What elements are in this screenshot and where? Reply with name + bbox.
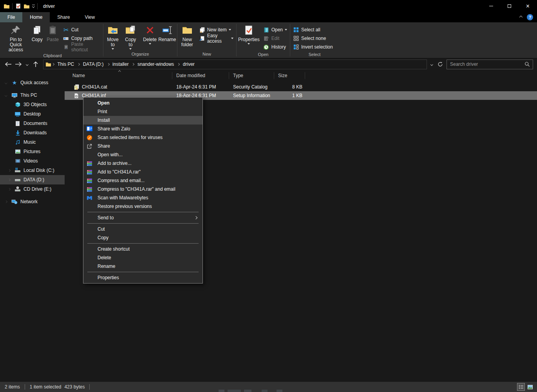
sidebar-item-pictures[interactable]: Pictures [0,147,65,156]
close-button[interactable]: × [519,0,537,12]
minimize-button[interactable] [482,0,500,12]
column-header-date-modified[interactable]: Date modified [172,70,229,81]
search-input[interactable] [447,61,524,67]
recent-locations-chevron-icon[interactable] [24,59,31,69]
copy-to-button[interactable]: Copy to [122,23,139,50]
menu-item-compress-email[interactable]: Compress and email... [83,176,203,185]
rename-button[interactable]: Rename [158,23,177,42]
menu-item-copy[interactable]: Copy [83,233,203,242]
search-icon[interactable] [524,61,530,67]
crumb-chevron-icon [177,63,179,65]
menu-item-scan-viruses[interactable]: Scan selected items for viruses [83,133,203,142]
column-headers: Name Date modified Type Size [65,70,537,81]
winrar-icon [87,169,94,175]
sidebar-item-music[interactable]: Music [0,137,65,147]
column-header-type[interactable]: Type [229,70,274,81]
ribbon-group-select: Select all Select none Invert selection … [291,22,338,58]
menu-item-properties[interactable]: Properties [83,273,203,282]
tab-file[interactable]: File [0,12,22,22]
menu-item-restore-previous-versions[interactable]: Restore previous versions [83,202,203,211]
background-artifact [219,390,293,392]
breadcrumb[interactable]: This PC DATA (D:) installer snander-wind… [43,60,427,69]
menu-item-delete[interactable]: Delete [83,253,203,262]
menu-item-scan-malwarebytes[interactable]: Scan with Malwarebytes [83,193,203,202]
sidebar-item-this-pc[interactable]: This PC [0,90,65,100]
qat-properties-icon[interactable] [15,3,21,9]
easy-access-button[interactable]: Easy access [197,34,236,43]
menu-item-rename[interactable]: Rename [83,262,203,271]
help-icon[interactable]: ? [527,14,533,20]
forward-button[interactable] [13,59,24,69]
menu-item-share[interactable]: Share [83,142,203,150]
back-button[interactable] [3,59,13,69]
address-dropdown-chevron-icon[interactable] [429,59,435,69]
copy-button[interactable]: Copy [29,23,45,42]
collapse-ribbon-icon[interactable] [519,16,523,19]
menu-item-compress-to-rar-email[interactable]: Compress to "CH341A.rar" and email [83,185,203,193]
menu-item-open[interactable]: Open [83,99,203,107]
crumb-driver[interactable]: driver [180,61,197,67]
menu-item-install[interactable]: Install [83,116,203,125]
details-view-button[interactable] [517,383,525,391]
network-icon [11,199,18,205]
invert-selection-button[interactable]: Invert selection [291,43,335,51]
sidebar-item-3d-objects[interactable]: 3D Objects [0,100,65,109]
sidebar-item-desktop[interactable]: Desktop [0,109,65,119]
sidebar-item-downloads[interactable]: Downloads [0,128,65,137]
edit-button[interactable]: Edit [261,34,289,43]
paste-shortcut-button[interactable]: Paste shortcut [61,43,103,51]
qat-new-folder-icon[interactable] [24,3,30,9]
crumb-installer[interactable]: installer [110,61,131,67]
sidebar-item-local-disk-c[interactable]: Local Disk (C:) [0,166,65,175]
quick-access-star-icon: ★ [11,79,18,86]
move-to-button[interactable]: Move to [104,23,122,50]
sidebar-item-documents[interactable]: Documents [0,119,65,128]
menu-item-create-shortcut[interactable]: Create shortcut [83,245,203,253]
delete-button[interactable]: Delete [142,23,158,45]
menu-item-cut[interactable]: Cut [83,225,203,233]
maximize-button[interactable] [500,0,519,12]
qat-customize-chevron-icon[interactable] [32,5,35,7]
column-header-name[interactable]: Name [65,70,172,81]
file-row-ch341a-cat[interactable]: CH341A.cat 18-Apr-24 6:31 PM Security Ca… [65,83,537,91]
menu-item-share-with-zalo[interactable]: Share with Zalo [83,125,203,133]
tab-home[interactable]: Home [22,12,50,22]
refresh-icon[interactable] [436,59,444,69]
crumb-data-d[interactable]: DATA (D:) [80,61,107,67]
thumbnails-view-button[interactable] [526,383,534,391]
sidebar-item-data-d[interactable]: DATA (D:) [0,175,65,184]
winrar-icon [87,160,94,166]
menu-item-add-to-rar[interactable]: Add to "CH341A.rar" [83,168,203,176]
open-button[interactable]: Open [261,25,289,34]
menu-item-open-with[interactable]: Open with... [83,150,203,159]
music-icon [14,139,21,145]
new-item-icon [199,27,205,33]
column-header-size[interactable]: Size [274,70,305,81]
videos-icon [14,158,21,164]
paste-button[interactable]: Paste [45,23,61,42]
history-button[interactable]: History [261,43,289,51]
menu-item-print[interactable]: Print [83,107,203,116]
sidebar-item-network[interactable]: Network [0,197,65,206]
cut-button[interactable]: ✂ Cut [61,25,103,34]
tab-view[interactable]: View [77,12,102,22]
menu-item-send-to[interactable]: Send to [83,213,203,222]
sidebar-item-quick-access[interactable]: ★ Quick access [0,78,65,87]
pin-to-quick-access-button[interactable]: Pin to Quick access [2,23,29,52]
menu-item-add-to-archive[interactable]: Add to archive... [83,159,203,168]
sidebar-item-cd-drive-e[interactable]: CD Drive (E:) [0,184,65,194]
up-button[interactable] [31,59,41,69]
group-label-new: New [178,51,236,58]
invert-selection-icon [293,44,299,50]
properties-button[interactable]: Properties [237,23,261,45]
context-menu: Open Print Install Share with Zalo Scan … [83,97,203,284]
new-folder-button[interactable]: New folder [178,23,197,47]
tab-share[interactable]: Share [50,12,77,22]
crumb-this-pc[interactable]: This PC [55,61,77,67]
downloads-icon [14,130,21,136]
sidebar-item-videos[interactable]: Videos [0,156,65,166]
select-all-button[interactable]: Select all [291,25,335,34]
crumb-snander-windows[interactable]: snander-windows [135,61,177,67]
search-box[interactable] [447,60,533,69]
select-none-button[interactable]: Select none [291,34,335,43]
